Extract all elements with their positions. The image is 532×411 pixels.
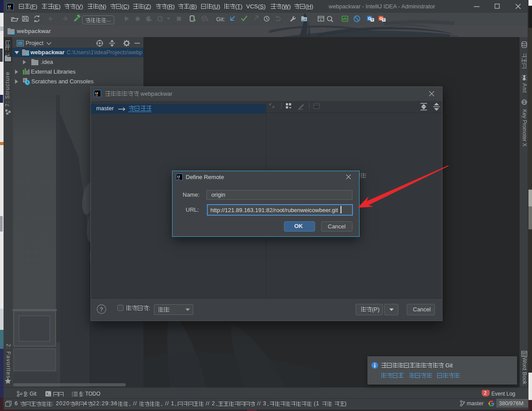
svg-text:IJ: IJ: [95, 91, 98, 95]
svg-text:?: ?: [100, 306, 103, 313]
svg-text:IJ: IJ: [177, 175, 180, 178]
svg-text:Git:: Git:: [216, 16, 225, 22]
